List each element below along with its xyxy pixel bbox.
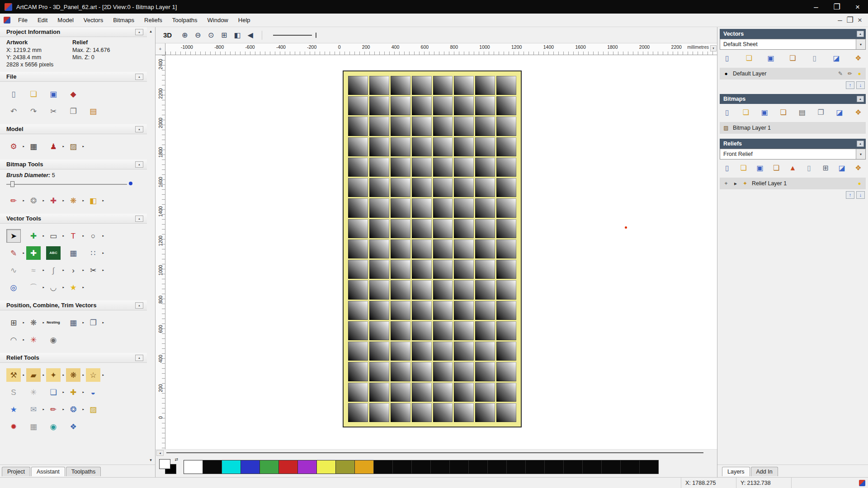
create-star-icon[interactable]: ★▸: [66, 281, 80, 294]
model-transfer-icon[interactable]: ◆: [66, 87, 80, 101]
vector-doctor-icon[interactable]: ✳: [26, 333, 41, 347]
save-bitmap-icon[interactable]: ▣: [759, 108, 770, 117]
shape-editor-icon[interactable]: ⚒▸: [6, 368, 21, 382]
create-rectangle-icon[interactable]: ▭▸: [46, 229, 61, 243]
mdi-close-icon[interactable]: ×: [855, 16, 864, 24]
mdi-restore-icon[interactable]: ❐: [845, 16, 854, 24]
two-rail-sweep-icon[interactable]: ✚▸: [66, 385, 80, 399]
save-vectors-icon[interactable]: ▣: [765, 53, 777, 63]
flyout-arrow-icon[interactable]: ▸: [42, 321, 44, 324]
switch-to-3d-button[interactable]: 3D: [160, 30, 175, 40]
extra-relief-tool-2-icon[interactable]: ▦: [26, 420, 41, 433]
zoom-objects-icon[interactable]: ◧: [231, 29, 243, 41]
sculpt-relief-icon[interactable]: ✦▸: [46, 368, 61, 382]
new-relief-layer-icon[interactable]: ▯: [722, 163, 733, 173]
flyout-arrow-icon[interactable]: ▸: [82, 199, 84, 202]
flyout-arrow-icon[interactable]: ▸: [42, 408, 44, 411]
close-button[interactable]: ×: [847, 0, 868, 14]
zoom-1to1-icon[interactable]: ⊙: [205, 29, 217, 41]
open-bitmap-icon[interactable]: ❏: [740, 108, 751, 117]
texture-flow-icon[interactable]: ❂▸: [66, 403, 80, 416]
collapse-section-icon[interactable]: ▴: [135, 161, 143, 168]
nesting-icon[interactable]: Nesting: [46, 316, 61, 329]
flyout-arrow-icon[interactable]: ▸: [62, 286, 64, 289]
import-relief-icon[interactable]: ❏: [771, 163, 782, 173]
vectors-header[interactable]: Vectors ▴: [720, 29, 866, 39]
save-relief-icon[interactable]: ▣: [755, 163, 766, 173]
flyout-arrow-icon[interactable]: ▸: [42, 268, 44, 272]
flyout-arrow-icon[interactable]: ▸: [23, 373, 24, 377]
adjust-model-icon[interactable]: ▦: [26, 140, 41, 153]
flyout-arrow-icon[interactable]: ▸: [62, 408, 64, 411]
star-wizard-icon[interactable]: ★: [6, 403, 21, 416]
palette-swatch-12[interactable]: [411, 460, 431, 474]
mdi-minimize-icon[interactable]: –: [835, 16, 844, 24]
new-bitmap-layer-icon[interactable]: ▯: [722, 108, 733, 117]
menu-file[interactable]: File: [13, 14, 33, 26]
relief-sheet-icon[interactable]: ▯: [803, 163, 815, 173]
minimize-button[interactable]: –: [806, 0, 826, 14]
flyout-arrow-icon[interactable]: ▸: [23, 251, 24, 255]
greyscale-icon[interactable]: ▤: [797, 108, 808, 117]
flyout-arrow-icon[interactable]: ▸: [82, 390, 84, 394]
open-model-icon[interactable]: ❏: [26, 87, 41, 101]
scrollbar-thumb[interactable]: [166, 452, 703, 453]
expand-relief-layer-icon[interactable]: ▸: [731, 179, 740, 188]
fillet-icon[interactable]: ◠▸: [6, 333, 21, 347]
smooth-nodes-icon[interactable]: ≈▸: [26, 263, 41, 277]
group-weld-icon[interactable]: ❐▸: [86, 316, 100, 329]
flyout-arrow-icon[interactable]: ▸: [82, 408, 84, 411]
model-image-icon[interactable]: ▨▸: [66, 140, 80, 153]
menu-toolpaths[interactable]: Toolpaths: [167, 14, 203, 26]
extra-relief-tool-3-icon[interactable]: ◉: [46, 420, 61, 433]
collapse-section-icon[interactable]: ▴: [135, 126, 143, 132]
panel-scroll-strip[interactable]: ▴ ▾: [147, 28, 155, 464]
menu-vectors[interactable]: Vectors: [79, 14, 108, 26]
fit-arcs-icon[interactable]: ∿: [6, 263, 21, 277]
collapse-section-icon[interactable]: ▴: [135, 74, 143, 80]
flyout-arrow-icon[interactable]: ▸: [102, 321, 104, 324]
palette-swatch-4[interactable]: [259, 460, 279, 474]
reliefs-header[interactable]: Reliefs ▴: [720, 139, 866, 149]
position-combine-trim-header[interactable]: Position, Combine, Trim Vectors ▴: [0, 300, 147, 310]
undo-icon[interactable]: ↶: [6, 104, 21, 118]
maximize-button[interactable]: ❐: [826, 0, 847, 14]
panel-artwork[interactable]: [343, 70, 522, 427]
vector-layer-row[interactable]: ● Default Layer ✎✏●: [720, 68, 866, 80]
menu-help[interactable]: Help: [233, 14, 255, 26]
brush-diameter-slider[interactable]: [6, 180, 140, 188]
menu-reliefs[interactable]: Reliefs: [139, 14, 167, 26]
horizontal-scrollbar[interactable]: ◂: [156, 449, 717, 456]
scroll-left-icon[interactable]: ◂: [156, 450, 164, 456]
direction-icon[interactable]: ›▸: [66, 263, 80, 277]
flyout-arrow-icon[interactable]: ▸: [62, 234, 64, 238]
move-relief-layer-up-icon[interactable]: ↑: [846, 191, 854, 199]
palette-swatch-8[interactable]: [335, 460, 355, 474]
flyout-arrow-icon[interactable]: ▸: [42, 199, 44, 202]
palette-swatch-7[interactable]: [316, 460, 336, 474]
relief-tools-header[interactable]: Relief Tools ▴: [0, 353, 147, 363]
palette-swatch-11[interactable]: [392, 460, 412, 474]
tab-project[interactable]: Project: [2, 467, 30, 476]
position-size-icon[interactable]: ⊞▸: [6, 316, 21, 329]
collapse-section-icon[interactable]: ▴: [857, 141, 864, 147]
spiral-icon[interactable]: ◉: [46, 333, 61, 347]
clear-vector-layer-icon[interactable]: ◪: [831, 53, 842, 63]
menu-model[interactable]: Model: [52, 14, 78, 26]
set-model-size-icon[interactable]: ⚙▸: [6, 140, 21, 153]
copy-icon[interactable]: ❐: [66, 104, 80, 118]
zoom-in-icon[interactable]: ⊕: [179, 29, 191, 41]
bitmap-layers-icon[interactable]: ❐: [815, 108, 826, 117]
palette-swatch-15[interactable]: [468, 460, 488, 474]
chevron-down-icon[interactable]: ▾: [856, 149, 865, 159]
palette-swatch-16[interactable]: [487, 460, 507, 474]
relief-layer-row[interactable]: +▸✦ Relief Layer 1 ●: [720, 178, 866, 189]
palette-swatch-19[interactable]: [544, 460, 564, 474]
create-text-icon[interactable]: T▸: [66, 229, 80, 243]
flood-fill-icon[interactable]: ◧▸: [86, 194, 100, 207]
new-sheet-icon[interactable]: ▯: [809, 53, 820, 63]
zoom-window-icon[interactable]: ⊞: [218, 29, 230, 41]
paste-along-curve-icon[interactable]: ✚: [26, 246, 41, 260]
flyout-arrow-icon[interactable]: ▸: [102, 234, 104, 238]
bitmap-layer-row[interactable]: ▨ Bitmap Layer 1: [720, 122, 866, 134]
